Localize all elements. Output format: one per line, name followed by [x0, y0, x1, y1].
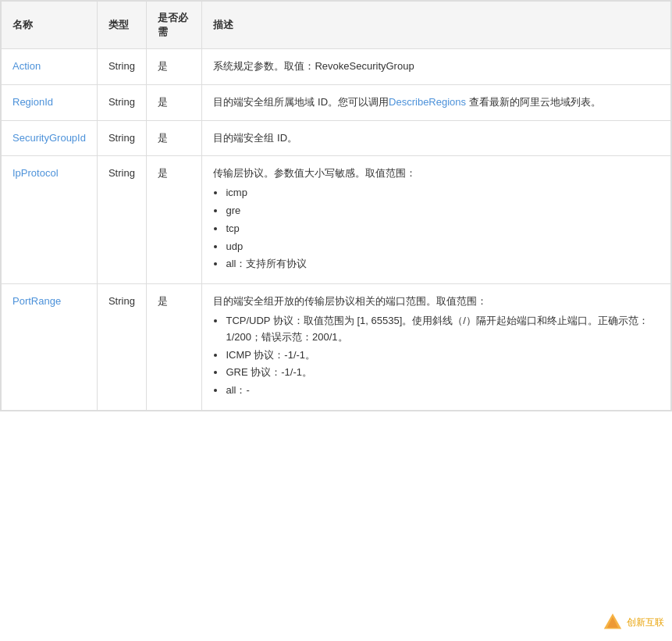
table-row: SecurityGroupIdString是目的端安全组 ID。	[2, 120, 671, 156]
list-item: icmp	[226, 185, 660, 201]
cell-name: IpProtocol	[2, 156, 98, 284]
list-item: gre	[226, 203, 660, 219]
cell-name: PortRange	[2, 284, 98, 411]
table-header-row: 名称 类型 是否必需 描述	[2, 2, 671, 49]
cell-name: Action	[2, 49, 98, 85]
cell-required: 是	[146, 120, 202, 156]
table-row: ActionString是系统规定参数。取值：RevokeSecurityGro…	[2, 49, 671, 85]
col-header-name: 名称	[2, 2, 98, 49]
cell-required: 是	[146, 284, 202, 411]
col-header-desc: 描述	[202, 2, 671, 49]
col-header-required: 是否必需	[146, 2, 202, 49]
table-row: RegionIdString是目的端安全组所属地域 ID。您可以调用Descri…	[2, 84, 671, 120]
desc-suffix: 查看最新的阿里云地域列表。	[466, 96, 601, 108]
col-header-type: 类型	[97, 2, 146, 49]
list-item: tcp	[226, 221, 660, 237]
cell-type: String	[97, 284, 146, 411]
desc-text: 目的端安全组 ID。	[213, 132, 297, 144]
desc-list: icmpgretcpudpall：支持所有协议	[226, 185, 660, 272]
desc-text: 目的端安全组开放的传输层协议相关的端口范围。取值范围：	[213, 295, 487, 307]
api-params-table: 名称 类型 是否必需 描述 ActionString是系统规定参数。取值：Rev…	[0, 0, 672, 411]
list-item: all：支持所有协议	[226, 256, 660, 272]
list-item: TCP/UDP 协议：取值范围为 [1, 65535]。使用斜线（/）隔开起始端…	[226, 313, 660, 346]
table-row: IpProtocolString是传输层协议。参数值大小写敏感。取值范围：icm…	[2, 156, 671, 284]
cell-name: SecurityGroupId	[2, 120, 98, 156]
desc-text: 目的端安全组所属地域 ID。您可以调用	[213, 96, 389, 108]
list-item: udp	[226, 239, 660, 255]
cell-required: 是	[146, 49, 202, 85]
table-row: PortRangeString是目的端安全组开放的传输层协议相关的端口范围。取值…	[2, 284, 671, 411]
desc-text: 传输层协议。参数值大小写敏感。取值范围：	[213, 167, 416, 179]
desc-text: 系统规定参数。取值：RevokeSecurityGroup	[213, 60, 414, 72]
cell-type: String	[97, 84, 146, 120]
cell-required: 是	[146, 84, 202, 120]
list-item: GRE 协议：-1/-1。	[226, 365, 660, 381]
cell-description: 目的端安全组开放的传输层协议相关的端口范围。取值范围：TCP/UDP 协议：取值…	[202, 284, 671, 411]
cell-type: String	[97, 49, 146, 85]
list-item: ICMP 协议：-1/-1。	[226, 347, 660, 364]
desc-list: TCP/UDP 协议：取值范围为 [1, 65535]。使用斜线（/）隔开起始端…	[226, 313, 660, 399]
cell-description: 传输层协议。参数值大小写敏感。取值范围：icmpgretcpudpall：支持所…	[202, 156, 671, 284]
cell-name: RegionId	[2, 84, 98, 120]
cell-required: 是	[146, 156, 202, 284]
cell-description: 系统规定参数。取值：RevokeSecurityGroup	[202, 49, 671, 85]
list-item: all：-	[226, 383, 660, 399]
cell-type: String	[97, 156, 146, 284]
cell-description: 目的端安全组所属地域 ID。您可以调用DescribeRegions 查看最新的…	[202, 84, 671, 120]
cell-type: String	[97, 120, 146, 156]
describe-regions-link[interactable]: DescribeRegions	[389, 96, 466, 108]
cell-description: 目的端安全组 ID。	[202, 120, 671, 156]
